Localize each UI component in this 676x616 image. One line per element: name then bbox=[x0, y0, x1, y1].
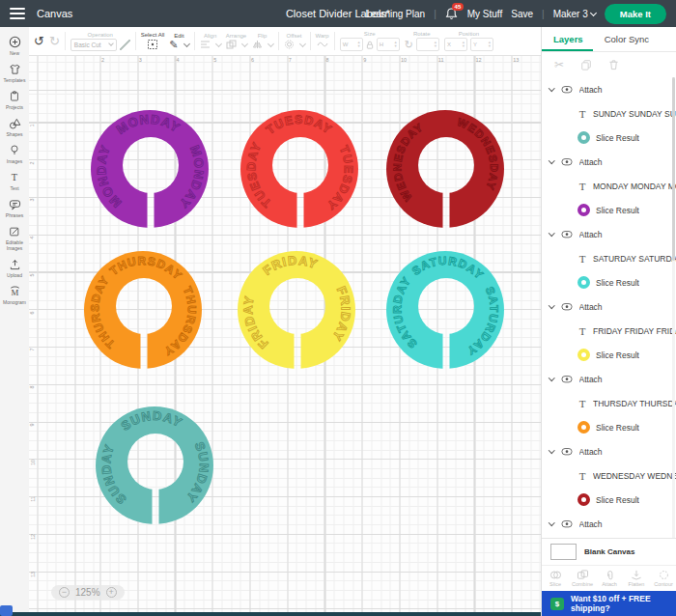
divider-wednesday[interactable]: WEDNESDAYWEDNESDAY bbox=[382, 107, 508, 233]
layer-row[interactable]: TFRIDAY FRIDAY FRIDAY bbox=[542, 319, 676, 343]
layer-row[interactable]: TWEDNESDAY WEDNESDAY bbox=[542, 463, 676, 488]
layer-row[interactable]: TMONDAY MONDAY MOND... bbox=[542, 174, 676, 198]
chevron-down-icon[interactable] bbox=[549, 157, 554, 163]
sidebar-item-label: Templates bbox=[4, 77, 26, 83]
position-y-field[interactable]: Y▴▾ bbox=[470, 38, 493, 51]
design-canvas[interactable]: − 125% + 2345678910111213123456789101112… bbox=[29, 56, 541, 612]
tab-layers[interactable]: Layers bbox=[542, 27, 593, 51]
ruler-top-number: 6 bbox=[251, 57, 254, 63]
layer-row[interactable]: Slice Result bbox=[542, 270, 676, 294]
operation-select[interactable]: Basic Cut bbox=[70, 39, 117, 51]
ruler-left-number: 8 bbox=[29, 385, 35, 388]
edit-pencil-icon[interactable]: ✎ bbox=[169, 40, 178, 50]
visibility-eye-icon[interactable] bbox=[560, 518, 574, 529]
rotate-field[interactable]: ▴▾ bbox=[416, 38, 439, 51]
edit-group[interactable]: Edit ✎ bbox=[169, 33, 188, 50]
bottom-left-widget[interactable] bbox=[0, 605, 13, 616]
layer-row[interactable]: Slice Result bbox=[542, 488, 676, 512]
divider-saturday[interactable]: SATURDAYSATURDAYSATURDAY bbox=[382, 248, 508, 374]
chevron-down-icon[interactable] bbox=[549, 230, 554, 236]
notifications-button[interactable]: 45 bbox=[445, 7, 459, 21]
tab-color-sync[interactable]: Color Sync bbox=[593, 27, 659, 51]
layer-group-label: Attach bbox=[579, 447, 603, 457]
chevron-down-icon[interactable] bbox=[549, 302, 554, 308]
save-button[interactable]: Save bbox=[511, 9, 533, 19]
layer-row[interactable]: Slice Result bbox=[542, 126, 676, 150]
layer-group-attach[interactable]: Attach bbox=[542, 294, 676, 319]
machine-select[interactable]: Maker 3 bbox=[553, 9, 596, 19]
width-field[interactable]: W▴▾ bbox=[340, 38, 363, 51]
sidebar-item-editable-images[interactable]: Editable Images bbox=[0, 221, 29, 254]
layer-group-attach[interactable]: Attach bbox=[542, 439, 676, 463]
sidebar-item-label: Editable Images bbox=[0, 239, 29, 251]
select-all-icon[interactable] bbox=[147, 39, 158, 50]
slice-action-button[interactable]: Slice bbox=[542, 566, 569, 591]
blank-canvas-row[interactable]: Blank Canvas bbox=[542, 538, 676, 565]
topbar-divider: | bbox=[434, 9, 437, 19]
undo-button[interactable]: ↺ bbox=[34, 34, 44, 48]
scissors-icon[interactable]: ✂ bbox=[554, 58, 564, 71]
select-all-group[interactable]: Select All bbox=[141, 32, 165, 50]
make-it-button[interactable]: Make It bbox=[605, 4, 666, 24]
height-field[interactable]: H▴▾ bbox=[377, 38, 400, 51]
sidebar-item-upload[interactable]: Upload bbox=[0, 254, 29, 281]
trash-icon[interactable] bbox=[608, 59, 619, 70]
flatten-action-button[interactable]: Flatten bbox=[623, 566, 650, 591]
layer-group-attach[interactable]: Attach bbox=[542, 367, 676, 391]
visibility-eye-icon[interactable] bbox=[560, 156, 574, 167]
divider-monday[interactable]: MONDAYMONDAYMONDAY bbox=[87, 107, 212, 233]
layer-row[interactable]: Slice Result bbox=[542, 198, 676, 222]
chevron-down-icon[interactable] bbox=[549, 519, 554, 525]
zoom-out-button[interactable]: − bbox=[59, 587, 70, 598]
combine-action-button[interactable]: Combine bbox=[569, 566, 596, 591]
chevron-down-icon[interactable] bbox=[549, 447, 554, 453]
chevron-down-icon[interactable] bbox=[183, 40, 190, 46]
sidebar-item-templates[interactable]: Templates bbox=[0, 59, 29, 86]
layer-group-attach[interactable]: Attach bbox=[542, 77, 676, 101]
linetype-swatch[interactable] bbox=[120, 40, 130, 50]
redo-button[interactable]: ↻ bbox=[49, 34, 60, 48]
layer-group-attach[interactable]: Attach bbox=[542, 222, 676, 246]
layer-group-attach[interactable]: Attach bbox=[542, 512, 676, 536]
layer-row[interactable]: TSATURDAY SATURDAY SAT... bbox=[542, 246, 676, 270]
sidebar-item-phrases[interactable]: Phrases bbox=[0, 194, 29, 221]
visibility-eye-icon[interactable] bbox=[560, 301, 574, 312]
visibility-eye-icon[interactable] bbox=[560, 229, 574, 239]
layer-row[interactable]: Slice Result bbox=[542, 343, 676, 367]
layer-row[interactable]: Slice Result bbox=[542, 415, 676, 439]
divider-friday[interactable]: FRIDAYFRIDAYFRIDAY bbox=[234, 248, 359, 374]
sidebar-item-projects[interactable]: Projects bbox=[0, 86, 29, 113]
position-x-field[interactable]: X▴▾ bbox=[444, 38, 467, 51]
hamburger-menu-icon[interactable] bbox=[10, 8, 25, 19]
layer-row[interactable]: TTHURSDAY THURSDAY TH... bbox=[542, 391, 676, 415]
visibility-eye-icon[interactable] bbox=[560, 374, 574, 384]
panel-scrollbar-thumb[interactable] bbox=[672, 77, 675, 261]
sidebar-item-images[interactable]: Images bbox=[0, 140, 29, 167]
chevron-down-icon[interactable] bbox=[549, 85, 554, 91]
layer-row[interactable]: TSUNDAY SUNDAY SUNDAY bbox=[542, 101, 676, 126]
canvas-color-swatch[interactable] bbox=[550, 544, 577, 560]
lock-icon[interactable] bbox=[366, 41, 374, 49]
promo-banner[interactable]: $ Want $10 off + FREE shipping? bbox=[542, 591, 676, 616]
sidebar-item-shapes[interactable]: Shapes bbox=[0, 113, 29, 140]
visibility-eye-icon[interactable] bbox=[560, 446, 574, 457]
sidebar-item-new[interactable]: New bbox=[0, 32, 29, 59]
canvas-menu-label[interactable]: Canvas bbox=[37, 8, 72, 19]
sidebar-item-monogram[interactable]: MMonogram bbox=[0, 281, 29, 308]
divider-sunday[interactable]: SUNDAYSUNDAYSUNDAY bbox=[92, 404, 217, 529]
contour-icon bbox=[659, 570, 669, 580]
sidebar-item-text[interactable]: TText bbox=[0, 167, 29, 194]
my-stuff-link[interactable]: My Stuff bbox=[467, 9, 503, 19]
new-icon bbox=[9, 36, 21, 49]
divider-tuesday[interactable]: TUESDAYTUESDAYTUESDAY bbox=[237, 107, 362, 233]
attach-action-button[interactable]: Attach bbox=[596, 566, 623, 591]
layer-tools: ✂ bbox=[542, 52, 676, 77]
zoom-in-button[interactable]: + bbox=[106, 587, 117, 598]
learning-plan-link[interactable]: Learning Plan bbox=[365, 9, 425, 19]
chevron-down-icon[interactable] bbox=[549, 375, 554, 380]
duplicate-icon[interactable] bbox=[580, 59, 592, 70]
contour-action-button[interactable]: Contour bbox=[650, 566, 676, 591]
layer-group-attach[interactable]: Attach bbox=[542, 150, 676, 174]
visibility-eye-icon[interactable] bbox=[560, 84, 574, 95]
divider-thursday[interactable]: THURSDAYTHURSDAYTHURSDAY bbox=[80, 248, 206, 374]
